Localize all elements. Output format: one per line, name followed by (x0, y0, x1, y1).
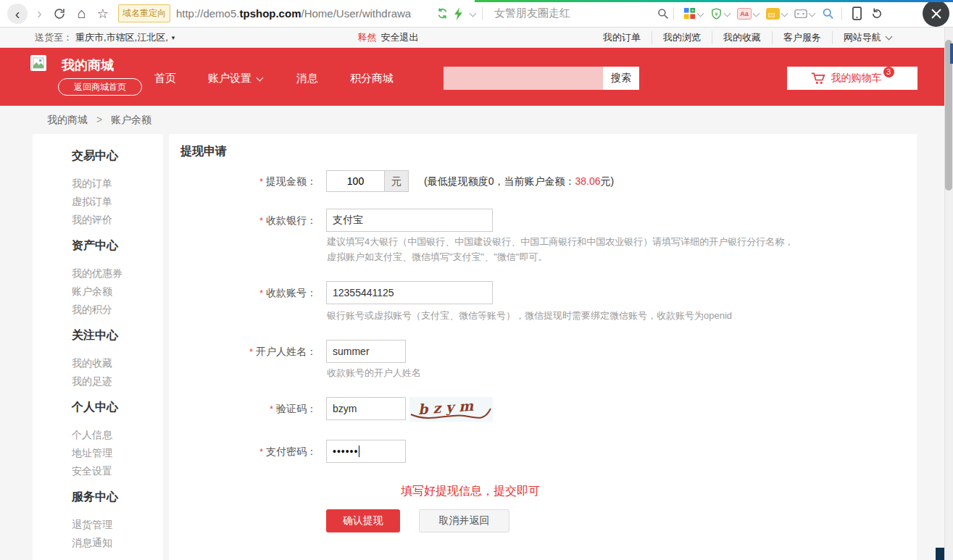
breadcrumb: 我的商城 > 账户余额 (47, 106, 151, 134)
undo-icon[interactable] (870, 7, 883, 20)
required-mark: * (259, 216, 263, 226)
bank-label: *收款银行： (169, 209, 317, 233)
shop-search: 搜索 (444, 67, 639, 90)
ship-to-value: 重庆市,市辖区,江北区, (75, 31, 168, 44)
account-tip: 银行账号或虚拟账号（支付宝、微信等账号），微信提现时需要绑定微信账号，收款账号为… (327, 311, 732, 321)
amount-input[interactable] (327, 171, 384, 191)
confirm-withdraw-button[interactable]: 确认提现 (326, 509, 400, 532)
captcha-image[interactable]: bzym (409, 397, 493, 422)
sidebar-item-my-orders[interactable]: 我的订单 (72, 175, 163, 193)
close-icon[interactable] (923, 0, 949, 27)
floating-widget-icon[interactable] (936, 548, 944, 560)
search-icon[interactable] (657, 8, 669, 20)
sidebar-item-profile[interactable]: 个人信息 (72, 426, 163, 444)
broken-image-icon (30, 55, 46, 71)
bank-label-text: 收款银行： (266, 214, 317, 226)
amount-note: (最低提现额度0，当前账户金额：38.06元) (424, 170, 614, 192)
sidebar-item-account-balance[interactable]: 账户余额 (72, 283, 163, 301)
domain-redirect-badge[interactable]: 域名重定向 (118, 4, 170, 22)
logout-link[interactable]: 安全退出 (380, 31, 418, 44)
required-mark: * (270, 404, 273, 414)
svg-text:+: + (691, 7, 694, 14)
page-title: 提现申请 (180, 144, 227, 159)
sidebar-item-addresses[interactable]: 地址管理 (72, 444, 163, 462)
sidebar-item-my-reviews[interactable]: 我的评价 (72, 211, 163, 229)
magnifier-extension-icon[interactable] (822, 7, 834, 20)
link-my-history[interactable]: 我的浏览 (652, 31, 712, 44)
site-header: 我的商城 返回商城首页 首页 账户设置 消息 积分商城 搜索 我的购物车 3 (0, 48, 944, 106)
amount-label-text: 提现金额： (266, 175, 317, 187)
account-input[interactable] (326, 281, 493, 304)
reload-icon[interactable] (53, 7, 66, 20)
link-my-favorites[interactable]: 我的收藏 (712, 31, 772, 44)
ship-to-label: 送货至： (35, 31, 72, 44)
sidebar-section-assets: 资产中心 (72, 240, 163, 251)
sidebar-item-my-points[interactable]: 我的积分 (72, 301, 163, 319)
captcha-swoosh (409, 397, 493, 422)
account-label: *收款账号： (169, 281, 317, 305)
sidebar-item-returns[interactable]: 退货管理 (72, 516, 163, 534)
chevron-down-icon[interactable] (781, 10, 788, 17)
shop-search-button[interactable]: 搜索 (603, 67, 639, 90)
captcha-input[interactable] (326, 397, 406, 420)
link-my-orders[interactable]: 我的订单 (592, 31, 652, 44)
nav-account-settings[interactable]: 账户设置 (208, 72, 265, 85)
chevron-down-icon (257, 74, 264, 81)
sidebar-item-virtual-orders[interactable]: 虚拟订单 (72, 193, 163, 211)
required-mark: * (249, 347, 253, 357)
link-site-nav[interactable]: 网站导航 (832, 31, 904, 44)
pay-password-label: *支付密码： (169, 440, 317, 464)
account-label-text: 收款账号： (266, 287, 317, 298)
font-aa-icon[interactable]: Aa (737, 8, 752, 20)
controller-extension-icon[interactable] (794, 9, 807, 19)
chevron-down-icon[interactable] (808, 10, 815, 17)
lightning-icon[interactable] (453, 7, 464, 20)
pay-password-input[interactable]: •••••• (326, 440, 406, 463)
username-link[interactable]: 释然 (357, 31, 376, 44)
forward-icon[interactable]: › (37, 5, 42, 22)
breadcrumb-current: 账户余额 (111, 114, 151, 125)
cancel-return-button[interactable]: 取消并返回 (419, 509, 509, 532)
chevron-down-icon[interactable] (469, 10, 476, 17)
bank-input[interactable] (326, 209, 493, 232)
chevron-down-icon[interactable] (696, 10, 704, 17)
amount-label: *提现金额： (169, 170, 317, 193)
nav-account-settings-label: 账户设置 (208, 72, 251, 85)
home-icon[interactable]: ⌂ (78, 5, 86, 22)
nav-messages[interactable]: 消息 (296, 72, 318, 85)
sidebar-item-notifications[interactable]: 消息通知 (72, 534, 163, 552)
browser-search-input[interactable]: 女警朋友圈走红 (494, 7, 657, 20)
required-mark: * (259, 288, 263, 298)
address-bar[interactable]: http://demo5.tpshop.com/Home/User/withdr… (176, 7, 433, 20)
chevron-down-icon[interactable] (752, 10, 760, 17)
amount-unit: 元 (384, 171, 408, 191)
breadcrumb-home[interactable]: 我的商城 (47, 114, 88, 125)
back-icon[interactable]: ‹ (7, 4, 28, 24)
topbar-links: 我的订单 我的浏览 我的收藏 客户服务 网站导航 (592, 31, 904, 44)
sidebar-item-favorites[interactable]: 我的收藏 (72, 354, 163, 372)
bookmark-star-icon[interactable]: ☆ (97, 6, 109, 22)
yellow-extension-icon[interactable] (766, 8, 780, 20)
ship-to[interactable]: 送货至： 重庆市,市辖区,江北区, ▾ (35, 31, 175, 44)
nav-home[interactable]: 首页 (154, 72, 176, 85)
pay-password-label-text: 支付密码： (266, 446, 317, 457)
shop-search-input[interactable] (444, 67, 603, 90)
link-site-nav-label: 网站导航 (844, 31, 881, 44)
sidebar-item-footprints[interactable]: 我的足迹 (72, 372, 163, 390)
cart-button[interactable]: 我的购物车 3 (787, 67, 917, 90)
return-home-button[interactable]: 返回商城首页 (58, 78, 142, 96)
translate-refresh-icon[interactable] (436, 7, 449, 20)
nav-points-mall[interactable]: 积分商城 (350, 72, 394, 85)
sidebar-item-coupons[interactable]: 我的优惠券 (72, 264, 163, 283)
chevron-down-icon[interactable] (723, 10, 731, 17)
payee-name-input[interactable] (326, 340, 406, 363)
mobile-phone-icon[interactable] (852, 7, 862, 20)
link-customer-service[interactable]: 客户服务 (772, 31, 832, 44)
captcha-label-text: 验证码： (276, 403, 317, 414)
scrollbar-marker (950, 43, 953, 64)
extensions-grid-icon[interactable]: + (683, 7, 696, 20)
url-path: /Home/User/withdrawa (301, 7, 411, 20)
shield-yuan-icon[interactable]: ¥ (710, 7, 723, 20)
balance-value: 38.06 (575, 175, 600, 187)
sidebar-item-security[interactable]: 安全设置 (72, 462, 163, 480)
